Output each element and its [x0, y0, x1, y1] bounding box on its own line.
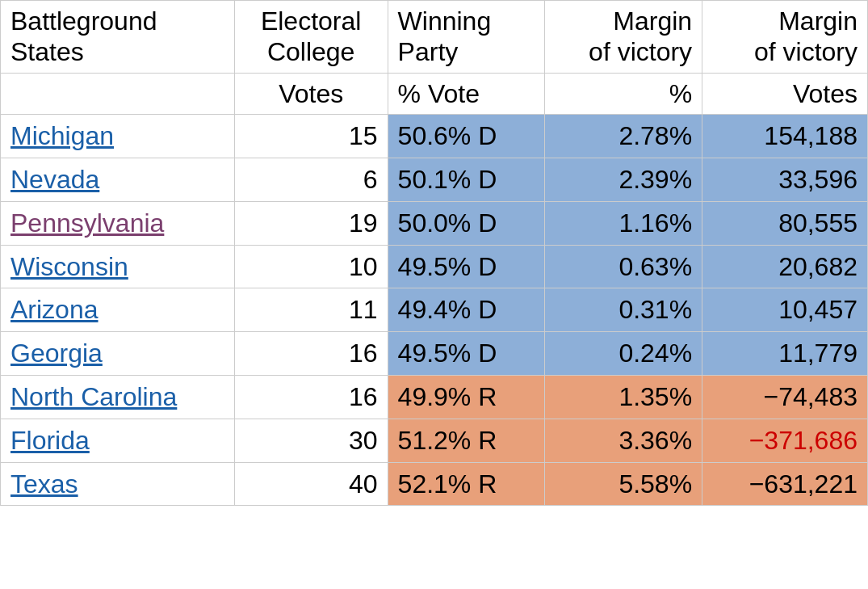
margin-votes: 33,596 — [702, 158, 868, 201]
table-row: Pennsylvania1950.0% D1.16%80,555 — [1, 201, 868, 245]
margin-pct: 1.35% — [545, 375, 702, 419]
margin-votes: 154,188 — [702, 115, 868, 158]
header-electoral-college: Electoral College — [234, 1, 388, 74]
table-row: North Carolina1649.9% R1.35%−74,483 — [1, 375, 868, 419]
state-name[interactable]: North Carolina — [1, 375, 235, 419]
party-vote: 50.0% D — [388, 201, 545, 245]
margin-votes: 11,779 — [702, 332, 868, 376]
party-vote: 50.6% D — [388, 115, 545, 158]
state-name[interactable]: Florida — [1, 419, 235, 462]
electoral-votes: 30 — [234, 419, 388, 462]
electoral-votes: 16 — [234, 375, 388, 419]
electoral-votes: 19 — [234, 201, 388, 245]
margin-pct: 0.31% — [545, 288, 702, 332]
header-sub-states — [1, 73, 235, 114]
electoral-votes: 40 — [234, 462, 388, 506]
electoral-votes: 11 — [234, 288, 388, 332]
header-sub-votes: Votes — [702, 73, 868, 114]
state-name[interactable]: Nevada — [1, 158, 235, 201]
party-vote: 50.1% D — [388, 158, 545, 201]
table-row: Georgia1649.5% D0.24%11,779 — [1, 332, 868, 376]
margin-votes: −631,221 — [702, 462, 868, 506]
party-vote: 49.5% D — [388, 245, 545, 288]
margin-pct: 1.16% — [545, 201, 702, 245]
margin-pct: 2.39% — [545, 158, 702, 201]
header-battleground-states: Battleground States — [1, 1, 235, 74]
table-row: Arizona1149.4% D0.31%10,457 — [1, 288, 868, 332]
margin-pct: 3.36% — [545, 419, 702, 462]
header-sub-ev: Votes — [234, 73, 388, 114]
electoral-votes: 10 — [234, 245, 388, 288]
header-margin-votes: Margin of victory — [702, 1, 868, 74]
margin-pct: 5.58% — [545, 462, 702, 506]
header-sub-vote: % Vote — [388, 73, 545, 114]
electoral-votes: 15 — [234, 115, 388, 158]
state-name[interactable]: Texas — [1, 462, 235, 506]
electoral-votes: 16 — [234, 332, 388, 376]
party-vote: 52.1% R — [388, 462, 545, 506]
electoral-votes: 6 — [234, 158, 388, 201]
header-winning-party: Winning Party — [388, 1, 545, 74]
party-vote: 51.2% R — [388, 419, 545, 462]
party-vote: 49.9% R — [388, 375, 545, 419]
table-row: Florida3051.2% R3.36%−371,686 — [1, 419, 868, 462]
margin-pct: 2.78% — [545, 115, 702, 158]
margin-votes: 20,682 — [702, 245, 868, 288]
margin-votes: −74,483 — [702, 375, 868, 419]
margin-pct: 0.63% — [545, 245, 702, 288]
party-vote: 49.4% D — [388, 288, 545, 332]
margin-votes: 80,555 — [702, 201, 868, 245]
header-sub-pct: % — [545, 73, 702, 114]
party-vote: 49.5% D — [388, 332, 545, 376]
table-row: Wisconsin1049.5% D0.63%20,682 — [1, 245, 868, 288]
table-row: Texas4052.1% R5.58%−631,221 — [1, 462, 868, 506]
state-name[interactable]: Michigan — [1, 115, 235, 158]
state-name[interactable]: Arizona — [1, 288, 235, 332]
state-name[interactable]: Pennsylvania — [1, 201, 235, 245]
table-row: Nevada650.1% D2.39%33,596 — [1, 158, 868, 201]
header-margin-pct: Margin of victory — [545, 1, 702, 74]
table-row: Michigan1550.6% D2.78%154,188 — [1, 115, 868, 158]
margin-votes: 10,457 — [702, 288, 868, 332]
state-name[interactable]: Wisconsin — [1, 245, 235, 288]
margin-pct: 0.24% — [545, 332, 702, 376]
margin-votes: −371,686 — [702, 419, 868, 462]
state-name[interactable]: Georgia — [1, 332, 235, 376]
